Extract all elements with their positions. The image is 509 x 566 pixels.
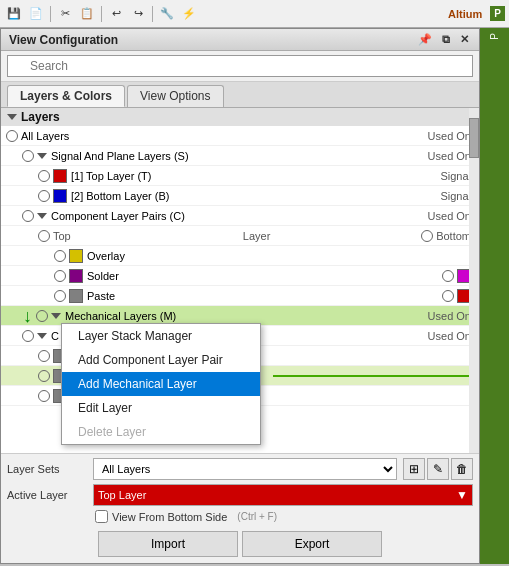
swatch-paste[interactable] (69, 289, 83, 303)
toolbar-icon-6[interactable]: ⚡ (179, 4, 199, 24)
toolbar-icon-1[interactable]: 💾 (4, 4, 24, 24)
toolbar: 💾 📄 ✂ 📋 ↩ ↪ 🔧 ⚡ Altium P (0, 0, 509, 28)
swatch-top[interactable] (53, 169, 67, 183)
search-bar: 🔍 (1, 51, 479, 82)
eye-mech[interactable] (35, 309, 49, 323)
eye-comp[interactable] (21, 209, 35, 223)
bottom-bar: Layer Sets All Layers ⊞ ✎ 🗑 Active Layer… (1, 453, 479, 563)
layer-type-c2: Used On (428, 330, 475, 342)
toolbar-icon-3[interactable]: ✂ (55, 4, 75, 24)
menu-item-delete[interactable]: Delete Layer (62, 420, 260, 444)
green-panel-indicator: P (490, 6, 505, 21)
tab-view-options[interactable]: View Options (127, 85, 223, 107)
eye-extra3[interactable] (37, 389, 51, 403)
search-input[interactable] (7, 55, 473, 77)
layer-row-comp[interactable]: Component Layer Pairs (C) Used On (1, 206, 479, 226)
active-layer-dropdown-icon[interactable]: ▼ (456, 488, 468, 502)
menu-item-edit[interactable]: Edit Layer (62, 396, 260, 420)
layer-type-signal: Used On (428, 150, 475, 162)
eye-extra1[interactable] (37, 349, 51, 363)
layer-name-signal: Signal And Plane Layers (S) (51, 150, 428, 162)
view-from-bottom-row: View From Bottom Side (Ctrl + F) (7, 510, 473, 523)
float-button[interactable]: ⧉ (440, 33, 452, 46)
right-panel-label: P (489, 32, 500, 40)
toolbar-icon-2[interactable]: 📄 (26, 4, 46, 24)
eye-top[interactable] (37, 169, 51, 183)
toolbar-sep-3 (152, 6, 153, 22)
close-button[interactable]: ✕ (458, 33, 471, 46)
toolbar-undo[interactable]: ↩ (106, 4, 126, 24)
layer-sets-row: Layer Sets All Layers ⊞ ✎ 🗑 (7, 458, 473, 480)
layer-sets-btn-2[interactable]: ✎ (427, 458, 449, 480)
eye-solder[interactable] (53, 269, 67, 283)
eye-c2[interactable] (21, 329, 35, 343)
export-button[interactable]: Export (242, 531, 382, 557)
view-from-bottom-shortcut: (Ctrl + F) (237, 511, 277, 522)
menu-item-layer-stack[interactable]: Layer Stack Manager (62, 324, 260, 348)
swatch-bottom[interactable] (53, 189, 67, 203)
c2-triangle (37, 333, 47, 339)
action-buttons: Import Export (7, 527, 473, 559)
layer-name-mech: Mechanical Layers (M) (65, 310, 428, 322)
eye-extra2[interactable] (37, 369, 51, 383)
layer-sets-btn-3[interactable]: 🗑 (451, 458, 473, 480)
toolbar-sep-2 (101, 6, 102, 22)
layer-row-top[interactable]: [1] Top Layer (T) Signal (1, 166, 479, 186)
panel-header-actions: 📌 ⧉ ✕ (416, 33, 471, 46)
layer-type-comp: Used On (428, 210, 475, 222)
layer-row-all[interactable]: All Layers Used On (1, 126, 479, 146)
toolbar-redo[interactable]: ↪ (128, 4, 148, 24)
layer-name-paste: Paste (87, 290, 441, 302)
layer-name-comp: Component Layer Pairs (C) (51, 210, 428, 222)
toolbar-icon-4[interactable]: 📋 (77, 4, 97, 24)
layer-row-overlay[interactable]: Overlay (1, 246, 479, 266)
pair-bottom-label: Bottom (436, 230, 471, 242)
layer-row-bottom[interactable]: [2] Bottom Layer (B) Signal (1, 186, 479, 206)
eye-pair-bottom[interactable] (420, 229, 434, 243)
layer-row-signal[interactable]: Signal And Plane Layers (S) Used On (1, 146, 479, 166)
swatch-overlay[interactable] (69, 249, 83, 263)
toolbar-icon-5[interactable]: 🔧 (157, 4, 177, 24)
pair-layer-label: Layer (93, 230, 420, 242)
mech-triangle (51, 313, 61, 319)
eye-bottom[interactable] (37, 189, 51, 203)
eye-all[interactable] (5, 129, 19, 143)
active-layer-row: Active Layer Top Layer ▼ (7, 484, 473, 506)
eye-overlay[interactable] (53, 249, 67, 263)
layers-section-header[interactable]: Layers (1, 108, 479, 126)
eye-pair-top[interactable] (37, 229, 51, 243)
menu-item-add-comp[interactable]: Add Component Layer Pair (62, 348, 260, 372)
active-layer-label: Active Layer (7, 489, 87, 501)
panel-header: View Configuration 📌 ⧉ ✕ (1, 29, 479, 51)
import-button[interactable]: Import (98, 531, 238, 557)
view-from-bottom-checkbox[interactable] (95, 510, 108, 523)
eye-solder-right[interactable] (441, 269, 455, 283)
menu-item-add-mech[interactable]: Add Mechanical Layer (62, 372, 260, 396)
pair-top-label: Top (53, 230, 93, 242)
layer-name-all: All Layers (21, 130, 428, 142)
scrollbar-thumb[interactable] (469, 118, 479, 158)
layer-row-paste[interactable]: Paste (1, 286, 479, 306)
green-arrow: ↓ (23, 307, 32, 325)
panel-title: View Configuration (9, 33, 118, 47)
layer-name-overlay: Overlay (87, 250, 475, 262)
active-layer-value: Top Layer ▼ (93, 484, 473, 506)
layer-name-top: [1] Top Layer (T) (71, 170, 440, 182)
layer-sets-btn-1[interactable]: ⊞ (403, 458, 425, 480)
scrollbar[interactable] (469, 108, 479, 453)
eye-signal[interactable] (21, 149, 35, 163)
swatch-solder[interactable] (69, 269, 83, 283)
pin-button[interactable]: 📌 (416, 33, 434, 46)
layers-section-label: Layers (21, 110, 60, 124)
collapse-triangle (7, 114, 17, 120)
eye-paste[interactable] (53, 289, 67, 303)
view-configuration-panel: View Configuration 📌 ⧉ ✕ 🔍 Layers & Colo… (0, 28, 480, 564)
tab-layers-colors[interactable]: Layers & Colors (7, 85, 125, 107)
eye-paste-right[interactable] (441, 289, 455, 303)
active-layer-text: Top Layer (98, 489, 146, 501)
search-wrapper: 🔍 (7, 55, 473, 77)
layer-row-solder[interactable]: Solder (1, 266, 479, 286)
comp-triangle (37, 213, 47, 219)
toolbar-sep-1 (50, 6, 51, 22)
layer-sets-select[interactable]: All Layers (93, 458, 397, 480)
